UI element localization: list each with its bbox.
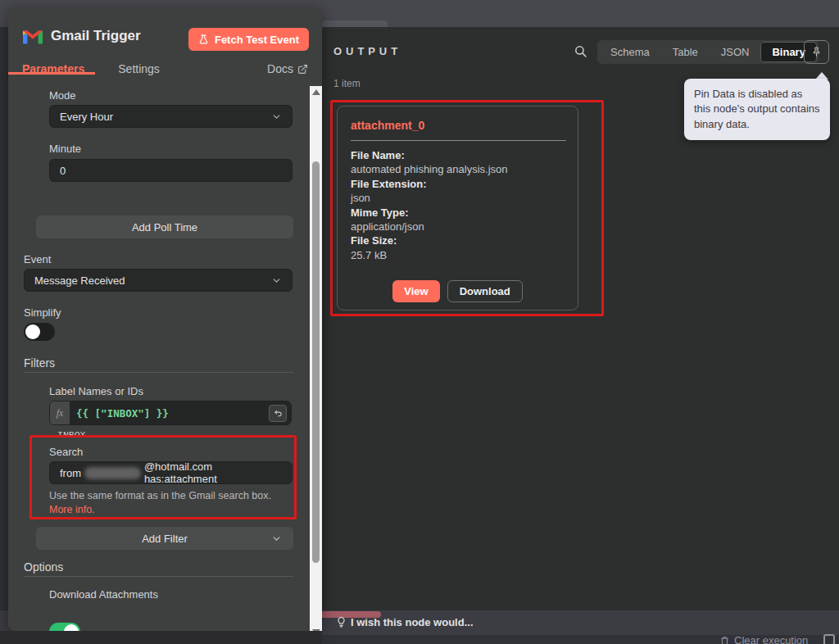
gmail-trigger-panel: Gmail Trigger Fetch Test Event Parameter… [8, 8, 322, 631]
n8n-node-details-view: I wish this node would... Clear executio… [0, 0, 839, 644]
fx-prefix: fx [50, 401, 70, 424]
search-label: Search [49, 446, 83, 458]
trash-icon [719, 635, 730, 644]
output-items-count: 1 item [333, 78, 361, 89]
file-extension-label: File Extension: [351, 177, 508, 191]
file-size-label: File Size: [351, 234, 508, 247]
binary-file-metadata: File Name: automated phishing analysis.j… [351, 148, 508, 262]
minute-label: Minute [49, 143, 81, 155]
expression-reset-button[interactable] [269, 405, 287, 422]
binary-key: attachment_0 [351, 119, 424, 132]
external-link-icon [297, 64, 308, 75]
active-tab-underline [8, 72, 95, 75]
search-query-input[interactable]: from @hotmail.com has:attachment [49, 461, 293, 484]
mode-select[interactable]: Every Hour [49, 105, 293, 128]
chevron-down-icon [271, 275, 282, 286]
chevron-down-icon [271, 533, 282, 544]
file-extension-value: json [351, 191, 508, 205]
flask-icon [198, 34, 209, 45]
chat-widget-icon[interactable] [823, 634, 835, 644]
pin-disabled-tooltip: Pin Data is disabled as this node's outp… [684, 79, 830, 140]
download-button[interactable]: Download [447, 280, 523, 302]
bottom-left-backdrop [0, 631, 322, 644]
tab-json[interactable]: JSON [710, 42, 761, 62]
simplify-label: Simplify [24, 306, 61, 319]
chevron-down-icon [271, 111, 282, 122]
tab-table[interactable]: Table [661, 42, 710, 62]
pin-data-button[interactable] [804, 40, 829, 64]
tab-settings[interactable]: Settings [118, 62, 160, 75]
mode-label: Mode [49, 89, 76, 102]
scroll-up-arrow[interactable] [312, 89, 320, 95]
scrollbar-thumb[interactable] [312, 161, 320, 563]
binary-data-card: attachment_0 File Name: automated phishi… [337, 106, 578, 311]
redacted-email-blur [84, 467, 141, 479]
wish-node-input[interactable]: I wish this node would... [351, 616, 474, 628]
expression-value[interactable]: {{ ["INBOX"] }} [76, 407, 169, 420]
more-info-link[interactable]: More info. [49, 504, 95, 515]
add-filter-button[interactable]: Add Filter [36, 527, 293, 550]
options-divider [24, 576, 293, 577]
fetch-test-event-button[interactable]: Fetch Test Event [188, 28, 309, 51]
node-title: Gmail Trigger [51, 28, 141, 44]
filters-section-label: Filters [24, 356, 55, 370]
panel-scrollbar[interactable] [310, 86, 322, 639]
tab-docs[interactable]: Docs [267, 62, 308, 75]
canvas-top-tab [322, 20, 388, 27]
label-names-expression-field[interactable]: fx {{ ["INBOX"] }} [49, 401, 292, 425]
file-name-label: File Name: [351, 148, 508, 162]
tab-schema[interactable]: Schema [599, 42, 661, 62]
pin-icon [810, 46, 823, 58]
simplify-toggle[interactable] [24, 323, 55, 341]
output-view-tabs: Schema Table JSON Binary [597, 40, 819, 64]
add-poll-time-button[interactable]: Add Poll Time [36, 215, 293, 238]
search-icon[interactable] [574, 44, 587, 58]
label-names-label: Label Names or IDs [49, 385, 143, 397]
search-help-text: Use the same format as in the Gmail sear… [49, 490, 271, 501]
event-select[interactable]: Message Received [24, 269, 293, 292]
mime-type-value: application/json [351, 220, 508, 234]
file-name-value: automated phishing analysis.json [351, 162, 508, 176]
minute-input[interactable]: 0 [49, 159, 293, 182]
gmail-icon [23, 29, 43, 44]
download-attachments-label: Download Attachments [49, 588, 158, 601]
expression-resolved-preview: INBOX [57, 429, 86, 440]
binary-card-divider [351, 140, 566, 141]
canvas-left-strip [0, 27, 8, 631]
mime-type-label: Mime Type: [351, 206, 508, 220]
lightbulb-icon [335, 615, 347, 628]
options-section-label: Options [24, 560, 63, 574]
output-panel-title: OUTPUT [333, 45, 401, 57]
clear-execution-button[interactable]: Clear execution [719, 634, 808, 644]
filters-divider [24, 372, 293, 373]
event-label: Event [24, 253, 51, 265]
view-button[interactable]: View [392, 280, 439, 302]
file-size-value: 25.7 kB [351, 248, 508, 262]
